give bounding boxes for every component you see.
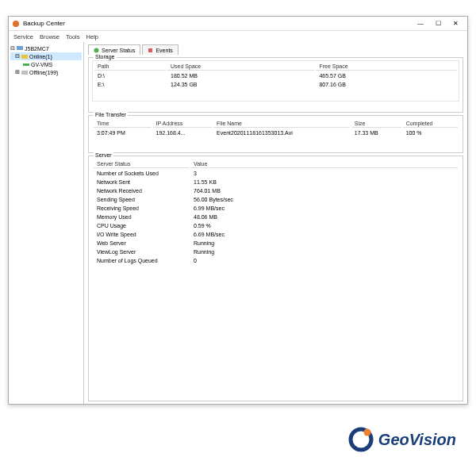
menu-service[interactable]: Service	[13, 33, 33, 40]
app-icon	[12, 20, 20, 28]
tree-online[interactable]: ⊟ Online(1)	[10, 52, 82, 60]
svg-rect-6	[148, 48, 152, 52]
computer-icon	[17, 45, 23, 52]
cell-key: Web Server	[94, 240, 189, 247]
tree-offline[interactable]: ⊞ Offline(199)	[10, 68, 82, 76]
cell-size: 17.33 MB	[351, 129, 401, 136]
svg-rect-1	[17, 46, 23, 50]
col-status[interactable]: Server Status	[94, 160, 189, 168]
cell-value: 48.06 MB	[190, 213, 458, 221]
events-icon	[148, 48, 153, 53]
table-row[interactable]: Number of Sockets Used3	[94, 170, 458, 177]
svg-rect-3	[23, 63, 29, 66]
cell-key: Number of Sockets Used	[94, 170, 189, 177]
table-row[interactable]: CPU Usage0.59 %	[94, 222, 458, 229]
svg-rect-4	[21, 71, 28, 75]
cell-key: Network Sent	[94, 178, 189, 186]
col-ip[interactable]: IP Address	[153, 120, 213, 128]
cell-value: 6.69 MB/sec	[190, 231, 458, 238]
tree-gvvms-label: GV-VMS	[31, 62, 52, 67]
cell-value: 56.00 Bytes/sec	[190, 196, 458, 203]
svg-point-0	[13, 21, 19, 27]
server-group: Server Server Status Value Number of Soc…	[88, 155, 463, 401]
cell-key: Memory Used	[94, 213, 189, 221]
menu-tools[interactable]: Tools	[66, 33, 80, 40]
folder-online-icon	[21, 53, 28, 60]
cell-used: 124.35 GB	[167, 81, 314, 88]
cell-value: 11.55 KB	[190, 178, 458, 186]
file-transfer-group: File Transfer Time IP Address File Name …	[88, 115, 463, 153]
col-value[interactable]: Value	[190, 160, 458, 168]
col-time[interactable]: Time	[94, 120, 152, 128]
app-window: Backup Center — ☐ ✕ Service Browse Tools…	[8, 16, 468, 405]
brand-logo: GeoVision	[348, 427, 456, 452]
table-row[interactable]: E:\ 124.35 GB 807.16 GB	[94, 81, 457, 88]
storage-header-row: Path Used Space Free Space	[94, 63, 457, 71]
maximize-button[interactable]: ☐	[429, 18, 447, 29]
tab-events-label: Events	[155, 48, 172, 53]
cell-used: 180.52 MB	[167, 72, 314, 79]
minimize-button[interactable]: —	[412, 18, 429, 29]
main-panel: Server Status Events Storage Path Used S…	[84, 42, 467, 404]
col-free[interactable]: Free Space	[316, 63, 457, 71]
cell-value: Running	[190, 240, 458, 247]
cell-key: CPU Usage	[94, 222, 189, 229]
table-row[interactable]: Receiving Speed6.99 MB/sec	[94, 205, 458, 212]
cell-path: D:\	[94, 72, 166, 79]
cell-value: 0	[190, 257, 458, 264]
col-completed[interactable]: Completed	[403, 120, 458, 128]
expand-icon[interactable]: ⊞	[15, 69, 20, 75]
table-row[interactable]: Number of Logs Queued0	[94, 257, 458, 264]
tree-offline-label: Offline(199)	[29, 70, 58, 75]
cell-key: Sending Speed	[94, 196, 189, 203]
cell-completed: 100 %	[403, 129, 458, 136]
cell-value: 764.01 MB	[190, 187, 458, 194]
table-row[interactable]: ViewLog ServerRunning	[94, 248, 458, 255]
menu-browse[interactable]: Browse	[40, 33, 60, 40]
svg-point-8	[363, 429, 370, 436]
table-row[interactable]: Web ServerRunning	[94, 240, 458, 247]
cell-value: Running	[190, 248, 458, 255]
col-path[interactable]: Path	[94, 63, 166, 71]
menu-help[interactable]: Help	[86, 33, 98, 40]
table-row[interactable]: Memory Used48.06 MB	[94, 213, 458, 221]
content-area: ⊟ J5B2MC7 ⊟ Online(1) GV-VMS ⊞ Offline(1…	[9, 42, 467, 404]
table-row[interactable]: D:\ 180.52 MB 465.57 GB	[94, 72, 457, 79]
window-title: Backup Center	[23, 20, 65, 27]
col-used[interactable]: Used Space	[167, 63, 314, 71]
storage-group: Storage Path Used Space Free Space D:\ 1…	[88, 57, 463, 113]
table-row[interactable]: Network Received764.01 MB	[94, 187, 458, 194]
server-title: Server	[94, 152, 113, 158]
cell-key: ViewLog Server	[94, 248, 189, 255]
close-button[interactable]: ✕	[447, 18, 464, 29]
tree-gvvms[interactable]: GV-VMS	[10, 60, 82, 68]
cell-value: 3	[190, 170, 458, 177]
cell-value: 0.59 %	[190, 222, 458, 229]
server-table: Server Status Value Number of Sockets Us…	[92, 159, 459, 266]
table-row[interactable]: I/O Write Speed6.69 MB/sec	[94, 231, 458, 238]
cell-key: Receiving Speed	[94, 205, 189, 212]
svg-point-5	[94, 48, 99, 52]
col-file[interactable]: File Name	[213, 120, 350, 128]
cell-free: 807.16 GB	[316, 81, 457, 88]
col-size[interactable]: Size	[351, 120, 401, 128]
ft-header-row: Time IP Address File Name Size Completed	[94, 120, 458, 128]
title-bar[interactable]: Backup Center — ☐ ✕	[9, 17, 467, 31]
table-row[interactable]: Sending Speed56.00 Bytes/sec	[94, 196, 458, 203]
cell-free: 465.57 GB	[316, 72, 457, 79]
status-icon	[94, 48, 99, 53]
storage-table: Path Used Space Free Space D:\ 180.52 MB…	[93, 61, 459, 90]
expand-icon[interactable]: ⊟	[15, 53, 20, 60]
server-header-row: Server Status Value	[94, 160, 458, 168]
tab-bar: Server Status Events	[88, 44, 463, 55]
cell-key: Number of Logs Queued	[94, 257, 189, 264]
tree-root[interactable]: ⊟ J5B2MC7	[10, 44, 82, 52]
table-row[interactable]: Network Sent11.55 KB	[94, 178, 458, 186]
expand-icon[interactable]: ⊟	[10, 45, 15, 52]
server-icon	[23, 61, 29, 67]
tab-events[interactable]: Events	[142, 44, 178, 55]
ft-title: File Transfer	[94, 112, 128, 117]
tab-server-status-label: Server Status	[102, 48, 135, 53]
tree-online-label: Online(1)	[29, 54, 52, 60]
table-row[interactable]: 3:07:49 PM 192.168.4... Event20201118161…	[94, 129, 458, 136]
